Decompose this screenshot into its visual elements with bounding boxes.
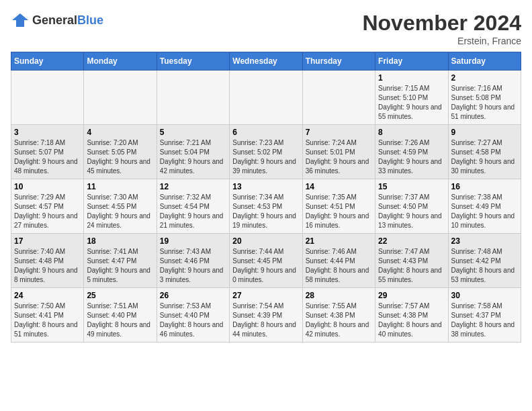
day-cell: 27Sunrise: 7:54 AMSunset: 4:39 PMDayligh… [230, 288, 302, 342]
day-number: 5 [160, 128, 226, 137]
day-number: 3 [14, 128, 81, 137]
day-info: Sunrise: 7:30 AMSunset: 4:55 PMDaylight:… [87, 193, 150, 229]
day-info: Sunrise: 7:23 AMSunset: 5:02 PMDaylight:… [232, 139, 296, 175]
day-cell: 28Sunrise: 7:55 AMSunset: 4:38 PMDayligh… [302, 288, 375, 342]
day-number: 20 [232, 236, 299, 246]
weekday-header-sunday: Sunday [11, 52, 84, 71]
day-info: Sunrise: 7:26 AMSunset: 4:59 PMDaylight:… [378, 139, 442, 175]
day-cell: 13Sunrise: 7:34 AMSunset: 4:53 PMDayligh… [230, 179, 302, 234]
day-info: Sunrise: 7:55 AMSunset: 4:38 PMDaylight:… [306, 302, 369, 338]
day-cell: 11Sunrise: 7:30 AMSunset: 4:55 PMDayligh… [84, 179, 157, 234]
page-header: GeneralBlue November 2024 Erstein, Franc… [11, 11, 521, 46]
week-row-5: 24Sunrise: 7:50 AMSunset: 4:41 PMDayligh… [11, 288, 521, 342]
day-number: 2 [451, 73, 518, 83]
day-number: 14 [306, 182, 372, 191]
day-cell: 14Sunrise: 7:35 AMSunset: 4:51 PMDayligh… [302, 179, 375, 234]
day-number: 27 [232, 291, 299, 300]
day-info: Sunrise: 7:43 AMSunset: 4:46 PMDaylight:… [160, 248, 224, 283]
day-number: 1 [378, 73, 445, 83]
day-info: Sunrise: 7:37 AMSunset: 4:50 PMDaylight:… [378, 193, 442, 229]
day-cell: 22Sunrise: 7:47 AMSunset: 4:43 PMDayligh… [375, 234, 448, 288]
day-number: 25 [87, 291, 153, 300]
day-number: 10 [14, 182, 81, 191]
day-info: Sunrise: 7:29 AMSunset: 4:57 PMDaylight:… [14, 193, 78, 229]
day-cell: 15Sunrise: 7:37 AMSunset: 4:50 PMDayligh… [375, 179, 448, 234]
weekday-header-tuesday: Tuesday [157, 52, 229, 71]
day-info: Sunrise: 7:44 AMSunset: 4:45 PMDaylight:… [232, 248, 296, 283]
day-number: 13 [232, 182, 299, 191]
day-info: Sunrise: 7:41 AMSunset: 4:47 PMDaylight:… [87, 248, 150, 283]
week-row-3: 10Sunrise: 7:29 AMSunset: 4:57 PMDayligh… [11, 179, 521, 234]
day-cell: 8Sunrise: 7:26 AMSunset: 4:59 PMDaylight… [375, 125, 448, 179]
day-info: Sunrise: 7:35 AMSunset: 4:51 PMDaylight:… [306, 193, 369, 229]
day-number: 22 [378, 236, 445, 246]
day-number: 4 [87, 128, 153, 137]
day-info: Sunrise: 7:38 AMSunset: 4:49 PMDaylight:… [451, 193, 515, 229]
month-title: November 2024 [362, 11, 521, 36]
day-cell [230, 71, 302, 125]
day-number: 15 [378, 182, 445, 191]
day-cell: 17Sunrise: 7:40 AMSunset: 4:48 PMDayligh… [11, 234, 84, 288]
day-cell: 10Sunrise: 7:29 AMSunset: 4:57 PMDayligh… [11, 179, 84, 234]
day-info: Sunrise: 7:50 AMSunset: 4:41 PMDaylight:… [14, 302, 78, 338]
title-area: November 2024 Erstein, France [362, 11, 521, 46]
day-cell [157, 71, 229, 125]
day-cell: 16Sunrise: 7:38 AMSunset: 4:49 PMDayligh… [448, 179, 521, 234]
day-info: Sunrise: 7:47 AMSunset: 4:43 PMDaylight:… [378, 248, 442, 283]
day-cell: 25Sunrise: 7:51 AMSunset: 4:40 PMDayligh… [84, 288, 157, 342]
logo-blue: Blue [77, 13, 103, 27]
day-cell [84, 71, 157, 125]
logo-text: GeneralBlue [32, 13, 103, 28]
day-cell: 12Sunrise: 7:32 AMSunset: 4:54 PMDayligh… [157, 179, 229, 234]
day-info: Sunrise: 7:34 AMSunset: 4:53 PMDaylight:… [232, 193, 296, 229]
day-number: 30 [451, 291, 518, 300]
day-cell: 5Sunrise: 7:21 AMSunset: 5:04 PMDaylight… [157, 125, 229, 179]
day-info: Sunrise: 7:46 AMSunset: 4:44 PMDaylight:… [306, 248, 369, 283]
day-info: Sunrise: 7:40 AMSunset: 4:48 PMDaylight:… [14, 248, 78, 283]
day-cell: 4Sunrise: 7:20 AMSunset: 5:05 PMDaylight… [84, 125, 157, 179]
day-number: 17 [14, 236, 81, 246]
svg-marker-0 [12, 13, 28, 27]
day-number: 9 [451, 128, 518, 137]
day-info: Sunrise: 7:20 AMSunset: 5:05 PMDaylight:… [87, 139, 150, 175]
day-info: Sunrise: 7:51 AMSunset: 4:40 PMDaylight:… [87, 302, 150, 338]
day-number: 21 [306, 236, 372, 246]
day-cell [302, 71, 375, 125]
day-number: 24 [14, 291, 81, 300]
day-cell: 20Sunrise: 7:44 AMSunset: 4:45 PMDayligh… [230, 234, 302, 288]
day-info: Sunrise: 7:18 AMSunset: 5:07 PMDaylight:… [14, 139, 78, 175]
day-cell: 7Sunrise: 7:24 AMSunset: 5:01 PMDaylight… [302, 125, 375, 179]
location: Erstein, France [362, 36, 521, 46]
logo-icon [11, 11, 30, 30]
day-info: Sunrise: 7:58 AMSunset: 4:37 PMDaylight:… [451, 302, 515, 338]
day-info: Sunrise: 7:48 AMSunset: 4:42 PMDaylight:… [451, 248, 515, 283]
day-cell: 24Sunrise: 7:50 AMSunset: 4:41 PMDayligh… [11, 288, 84, 342]
day-number: 29 [378, 291, 445, 300]
day-info: Sunrise: 7:21 AMSunset: 5:04 PMDaylight:… [160, 139, 224, 175]
logo: GeneralBlue [11, 11, 103, 30]
day-cell: 21Sunrise: 7:46 AMSunset: 4:44 PMDayligh… [302, 234, 375, 288]
day-cell: 18Sunrise: 7:41 AMSunset: 4:47 PMDayligh… [84, 234, 157, 288]
day-number: 26 [160, 291, 226, 300]
day-cell: 30Sunrise: 7:58 AMSunset: 4:37 PMDayligh… [448, 288, 521, 342]
day-number: 19 [160, 236, 226, 246]
day-info: Sunrise: 7:24 AMSunset: 5:01 PMDaylight:… [306, 139, 369, 175]
day-cell: 29Sunrise: 7:57 AMSunset: 4:38 PMDayligh… [375, 288, 448, 342]
day-cell: 23Sunrise: 7:48 AMSunset: 4:42 PMDayligh… [448, 234, 521, 288]
weekday-header-wednesday: Wednesday [230, 52, 302, 71]
day-number: 28 [306, 291, 372, 300]
weekday-header-saturday: Saturday [448, 52, 521, 71]
day-number: 18 [87, 236, 153, 246]
day-cell: 1Sunrise: 7:15 AMSunset: 5:10 PMDaylight… [375, 71, 448, 125]
week-row-1: 1Sunrise: 7:15 AMSunset: 5:10 PMDaylight… [11, 71, 521, 125]
day-number: 11 [87, 182, 153, 191]
week-row-4: 17Sunrise: 7:40 AMSunset: 4:48 PMDayligh… [11, 234, 521, 288]
day-number: 6 [232, 128, 299, 137]
day-cell: 2Sunrise: 7:16 AMSunset: 5:08 PMDaylight… [448, 71, 521, 125]
day-info: Sunrise: 7:32 AMSunset: 4:54 PMDaylight:… [160, 193, 224, 229]
calendar-table: SundayMondayTuesdayWednesdayThursdayFrid… [11, 52, 521, 342]
day-info: Sunrise: 7:54 AMSunset: 4:39 PMDaylight:… [232, 302, 296, 338]
day-number: 12 [160, 182, 226, 191]
day-cell: 6Sunrise: 7:23 AMSunset: 5:02 PMDaylight… [230, 125, 302, 179]
day-number: 23 [451, 236, 518, 246]
